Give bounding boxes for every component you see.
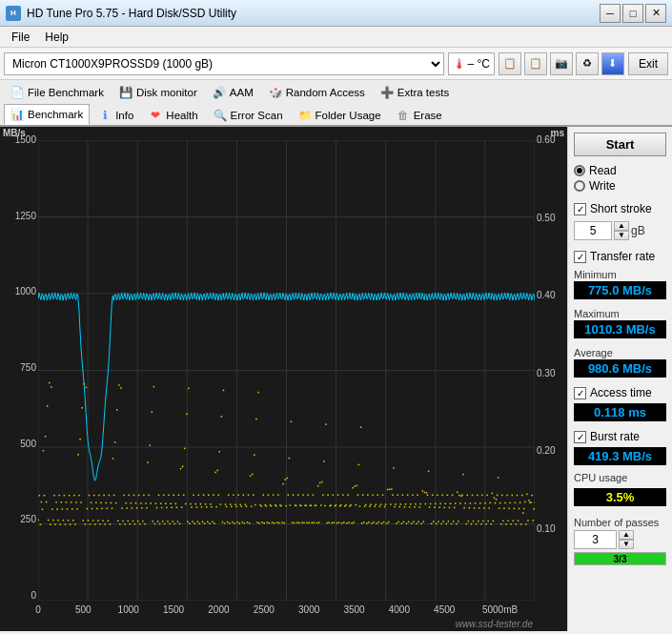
drive-selector[interactable]: Micron CT1000X9PROSSD9 (1000 gB) <box>4 52 444 75</box>
passes-input-row: 3 ▲ ▼ <box>574 530 666 549</box>
access-time-value: 0.118 ms <box>574 403 666 421</box>
passes-input[interactable]: 3 <box>574 530 617 549</box>
progress-text: 3/3 <box>614 554 627 564</box>
read-write-group: Read Write <box>574 164 666 193</box>
short-stroke-spinner-btns: ▲ ▼ <box>614 221 629 240</box>
short-stroke-spinner-row: 5 ▲ ▼ gB <box>574 221 666 240</box>
benchmark-chart <box>38 140 535 601</box>
x-label-5000: 5000mB <box>482 604 518 615</box>
tab-extra-tests[interactable]: ➕ Extra tests <box>374 82 456 102</box>
tab-aam[interactable]: 🔊 AAM <box>206 82 260 102</box>
error-scan-icon: 🔍 <box>214 109 227 122</box>
y-right-label-060: 0.60 <box>537 134 565 145</box>
exit-button[interactable]: Exit <box>628 52 668 75</box>
y-right-label-020: 0.20 <box>537 445 565 456</box>
access-time-checkbox[interactable] <box>574 387 586 399</box>
x-label-4500: 4500 <box>434 604 455 615</box>
app-icon: H <box>6 6 21 21</box>
short-stroke-checkbox[interactable] <box>574 203 586 215</box>
short-stroke-up[interactable]: ▲ <box>614 221 629 231</box>
aam-icon: 🔊 <box>213 86 226 99</box>
short-stroke-row: Short stroke <box>574 202 666 215</box>
tab-file-benchmark[interactable]: 📄 File Benchmark <box>4 82 111 102</box>
avg-label: Average <box>574 347 666 358</box>
short-stroke-label: Short stroke <box>590 202 652 215</box>
toolbar-btn-5[interactable]: ⬇ <box>601 52 624 75</box>
tab-benchmark[interactable]: 📊 Benchmark <box>4 104 90 125</box>
passes-spinner-btns: ▲ ▼ <box>619 530 634 549</box>
y-right-label-010: 0.10 <box>537 523 565 534</box>
passes-label: Number of passes <box>574 517 666 528</box>
benchmark-icon: 📊 <box>10 108 24 121</box>
passes-down[interactable]: ▼ <box>619 540 634 549</box>
extra-tests-icon: ➕ <box>380 86 394 99</box>
tab-info[interactable]: ℹ Info <box>92 104 140 125</box>
x-label-2500: 2500 <box>254 604 275 615</box>
avg-section: Average 980.6 MB/s <box>574 347 666 380</box>
short-stroke-input[interactable]: 5 <box>574 221 612 240</box>
tab-folder-usage[interactable]: 📁 Folder Usage <box>292 104 388 125</box>
max-section: Maximum 1010.3 MB/s <box>574 308 666 341</box>
transfer-rate-checkbox[interactable] <box>574 251 586 263</box>
transfer-rate-label: Transfer rate <box>590 250 655 263</box>
short-stroke-unit: gB <box>631 224 645 237</box>
read-radio-label[interactable]: Read <box>574 164 666 177</box>
y-right-label-030: 0.30 <box>537 368 565 378</box>
x-label-3500: 3500 <box>343 604 364 615</box>
tab-disk-monitor[interactable]: 💾 Disk monitor <box>112 82 204 102</box>
burst-rate-label: Burst rate <box>590 430 640 443</box>
y-left-label-750: 750 <box>2 362 36 373</box>
maximize-button[interactable]: □ <box>622 4 643 23</box>
y-left-label-1500: 1500 <box>2 134 36 145</box>
transfer-rate-row: Transfer rate <box>574 250 666 263</box>
cpu-usage-value: 3.5% <box>574 488 666 506</box>
burst-rate-value: 419.3 MB/s <box>574 447 666 465</box>
health-icon: ❤ <box>149 109 162 122</box>
nav-row-2: 📊 Benchmark ℹ Info ❤ Health 🔍 Error Scan… <box>0 102 672 125</box>
nav-row-1: 📄 File Benchmark 💾 Disk monitor 🔊 AAM 🎲 … <box>0 80 672 102</box>
max-value: 1010.3 MB/s <box>574 320 666 338</box>
close-button[interactable]: ✕ <box>645 4 666 23</box>
read-label: Read <box>589 164 617 177</box>
access-time-row: Access time <box>574 386 666 399</box>
random-access-icon: 🎲 <box>269 86 282 99</box>
read-radio[interactable] <box>574 165 585 176</box>
tab-error-scan[interactable]: 🔍 Error Scan <box>207 104 290 125</box>
x-label-500: 500 <box>75 604 92 615</box>
toolbar: Micron CT1000X9PROSSD9 (1000 gB) 🌡 – °C … <box>0 48 672 80</box>
passes-up[interactable]: ▲ <box>619 530 634 540</box>
write-radio[interactable] <box>574 180 585 192</box>
toolbar-btn-4[interactable]: ♻ <box>576 52 599 75</box>
y-axis-right: 0.60 0.50 0.40 0.30 0.20 0.10 <box>535 134 567 601</box>
short-stroke-down[interactable]: ▼ <box>614 231 629 240</box>
x-label-1000: 1000 <box>118 604 139 615</box>
menu-file[interactable]: File <box>4 29 37 46</box>
y-left-label-500: 500 <box>2 439 36 449</box>
y-left-label-1250: 1250 <box>2 211 36 221</box>
toolbar-btn-1[interactable]: 📋 <box>499 52 521 75</box>
min-label: Minimum <box>574 269 666 280</box>
burst-rate-checkbox[interactable] <box>574 431 586 443</box>
progress-bar-fill: 3/3 <box>575 553 665 564</box>
tab-random-access[interactable]: 🎲 Random Access <box>262 82 372 102</box>
cpu-usage-label: CPU usage <box>574 472 666 483</box>
menu-help[interactable]: Help <box>37 29 76 46</box>
window-title: HD Tune Pro 5.75 - Hard Disk/SSD Utility <box>27 7 236 20</box>
disk-monitor-icon: 💾 <box>119 86 132 99</box>
chart-area: MB/s ms 1500 1250 1000 750 500 250 0 0.6… <box>0 127 567 631</box>
watermark: www.ssd-tester.de <box>456 619 533 629</box>
tab-erase[interactable]: 🗑 Erase <box>390 104 449 125</box>
minimize-button[interactable]: ─ <box>600 4 621 23</box>
access-time-label: Access time <box>590 386 652 399</box>
temperature-value: – °C <box>468 57 490 71</box>
start-button[interactable]: Start <box>574 133 666 156</box>
y-left-label-250: 250 <box>2 514 36 524</box>
y-left-label-0: 0 <box>2 590 36 601</box>
temperature-display: 🌡 – °C <box>448 52 495 75</box>
write-radio-label[interactable]: Write <box>574 179 666 193</box>
tab-health[interactable]: ❤ Health <box>142 104 204 125</box>
toolbar-btn-2[interactable]: 📋 <box>524 52 547 75</box>
file-benchmark-icon: 📄 <box>10 86 24 99</box>
y-axis-left: 1500 1250 1000 750 500 250 0 <box>0 134 38 601</box>
toolbar-btn-3[interactable]: 📷 <box>550 52 573 75</box>
